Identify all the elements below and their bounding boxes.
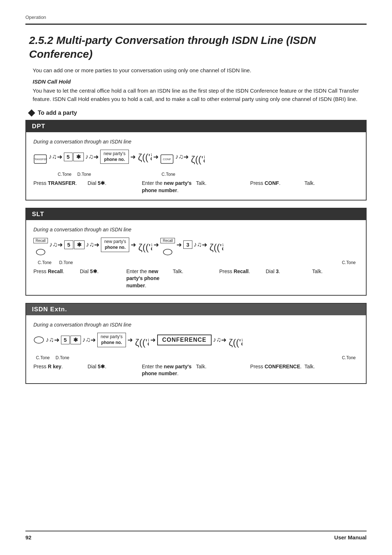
to-add-party-header: To add a party: [29, 110, 367, 116]
slt-ctone-label2: C.Tone: [339, 260, 359, 265]
dpt-content: During a conversation through an ISDN li…: [26, 132, 366, 200]
isdn-ctone-label1: C.Tone: [35, 355, 51, 360]
dpt-desc-6: Talk.: [305, 180, 359, 187]
isdn-hold-title: ISDN Call Hold: [33, 78, 367, 85]
diamond-icon: [28, 109, 35, 117]
slt-talk2-icon: ζ(('ξ: [209, 241, 223, 254]
svg-point-6: [36, 249, 45, 255]
slt-desc-7: Talk.: [312, 268, 359, 275]
slt-recall1-icon: Recall: [33, 238, 48, 256]
slt-desc-3: Enter the new party's phone number.: [126, 268, 173, 289]
svg-text:CONF: CONF: [163, 158, 171, 161]
slt-recall-box2: Recall: [160, 238, 175, 243]
isdn-dtone-label: D.Tone: [54, 355, 70, 360]
dpt-newparty-box: new party'sphone no.: [100, 150, 128, 169]
slt-desc-5: Press Recall.: [219, 268, 266, 275]
slt-dtone-label: D.Tone: [58, 260, 74, 265]
slt-talk1-icon: ζ(('ξ: [138, 241, 152, 254]
dpt-header: DPT: [26, 121, 366, 132]
slt-newparty-box: new party'sphone no.: [101, 238, 129, 257]
isdn-desc-4: Talk.: [196, 363, 250, 370]
page: Operation 2.5.2 Multi-party Conversation…: [0, 0, 392, 555]
dpt-transfer-icon: TRANSFER: [33, 154, 47, 165]
slt-key3: 3: [183, 240, 192, 249]
isdn-hold-text: You have to let the central office hold …: [33, 87, 367, 103]
dpt-desc-1: Press TRANSFER.: [33, 180, 87, 187]
isdn-ctone-label2: C.Tone: [339, 355, 359, 360]
slt-desc-row: Press Recall. Dial 5✱. Enter the new par…: [33, 268, 359, 289]
isdn-desc-1: Press R key.: [33, 363, 87, 370]
isdn-desc-3: Enter the new party's phone number.: [142, 363, 196, 377]
isdn-desc-2: Dial 5✱.: [87, 363, 142, 370]
slt-desc-1: Press Recall.: [33, 268, 80, 275]
svg-point-8: [163, 249, 172, 255]
to-add-party-label: To add a party: [38, 110, 77, 116]
svg-text:ζ(('ξ: ζ(('ξ: [191, 154, 205, 165]
dpt-dtone-label: D.Tone: [76, 172, 92, 177]
slt-newparty-label: new party'sphone no.: [101, 238, 129, 252]
isdn-talk2-icon: ζ(('ξ: [228, 336, 242, 349]
dpt-step-row: TRANSFER ♪♫ ➜ 5 ✱ ♪♫: [33, 150, 359, 169]
dpt-desc-5: Press CONF.: [250, 180, 304, 187]
slt-step-row: Recall ♪♫ ➜ 5 ✱: [33, 238, 359, 257]
svg-point-10: [34, 337, 44, 343]
slt-ctone-label1: C.Tone: [35, 260, 54, 265]
isdn-content: During a conversation through an ISDN li…: [26, 315, 366, 383]
svg-text:ζ(('ξ: ζ(('ξ: [209, 242, 223, 253]
isdn-desc-6: Talk.: [305, 363, 359, 370]
dpt-talk2-icon: ζ(('ξ: [190, 153, 205, 166]
slt-recall2-icon: Recall: [160, 238, 175, 256]
svg-text:ζ(('ξ: ζ(('ξ: [135, 337, 149, 348]
isdn-dial-box: 5 ✱: [61, 336, 81, 349]
isdn-newparty-label: new party'sphone no.: [97, 333, 126, 347]
dpt-box: DPT During a conversation through an ISD…: [25, 120, 367, 200]
svg-text:TRANSFER: TRANSFER: [33, 158, 47, 161]
dpt-dial-box: 5 ✱: [64, 153, 84, 166]
footer-page-number: 92: [25, 534, 32, 540]
footer: 92 User Manual: [25, 531, 367, 540]
isdn-desc-row: Press R key. Dial 5✱. Enter the new part…: [33, 363, 359, 377]
svg-text:ζ(('ξ: ζ(('ξ: [138, 242, 152, 253]
isdn-talk1-icon: ζ(('ξ: [134, 336, 149, 349]
isdn-during-text: During a conversation through an ISDN li…: [33, 322, 359, 328]
isdn-box: ISDN Extn. During a conversation through…: [25, 303, 367, 384]
slt-recall-box1: Recall: [33, 238, 48, 243]
breadcrumb: Operation: [25, 15, 367, 20]
slt-dial3-box: 3: [183, 240, 192, 254]
dpt-desc-4: Talk.: [196, 180, 250, 187]
slt-header: SLT: [26, 208, 366, 220]
slt-desc-2: Dial 5✱.: [80, 268, 126, 275]
slt-box: SLT During a conversation through an ISD…: [25, 208, 367, 296]
isdn-conference-label: CONFERENCE: [157, 335, 212, 345]
slt-dial-box: 5 ✱: [64, 240, 84, 254]
isdn-header: ISDN Extn.: [26, 304, 366, 315]
dpt-ctone-label: C.Tone: [57, 172, 73, 177]
top-border: [25, 24, 367, 25]
dpt-talk1-icon: ζ(('ξ: [137, 151, 152, 168]
slt-desc-6: Dial 3.: [266, 268, 312, 275]
slt-during-text: During a conversation through an ISDN li…: [33, 227, 359, 232]
isdn-step-row: ♪♫ ➜ 5 ✱ ♪♫ ➜ new pa: [33, 333, 359, 352]
svg-text:ζ(('ξ: ζ(('ξ: [138, 152, 152, 163]
dpt-newparty-label: new party'sphone no.: [100, 150, 128, 164]
slt-desc-4: Talk.: [173, 268, 219, 275]
intro-text: You can add one or more parties to your …: [33, 67, 367, 73]
dpt-during-text: During a conversation through an ISDN li…: [33, 139, 359, 145]
slt-content: During a conversation through an ISDN li…: [26, 220, 366, 295]
isdn-newparty-box: new party'sphone no.: [97, 333, 126, 352]
chapter-title: 2.5.2 Multi-party Conversation through I…: [25, 33, 367, 61]
isdn-rkey-icon: [33, 336, 44, 349]
dpt-conf-icon: CONF: [160, 154, 174, 165]
dpt-desc-2: Dial 5✱.: [87, 180, 142, 187]
dpt-desc-row: Press TRANSFER. Dial 5✱. Enter the new p…: [33, 180, 359, 194]
isdn-conference-icon: CONFERENCE: [157, 335, 212, 351]
svg-text:ζ(('ξ: ζ(('ξ: [229, 337, 242, 348]
footer-manual-label: User Manual: [334, 534, 367, 540]
dpt-desc-3: Enter the new party's phone number.: [142, 180, 196, 194]
isdn-desc-5: Press CONFERENCE.: [250, 363, 304, 370]
dpt-ctone2-label: C.Tone: [160, 172, 176, 177]
